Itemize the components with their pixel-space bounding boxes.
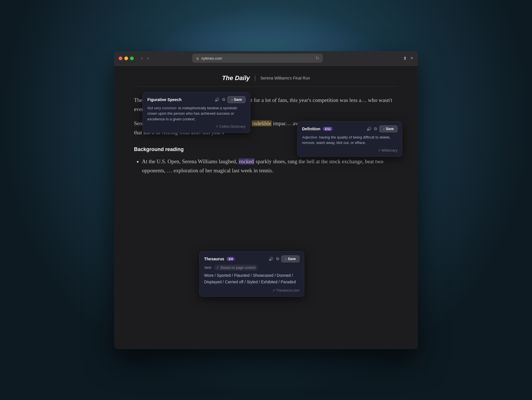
def-save-label: Save [386,127,394,131]
site-section: Serena Williams's Final Run [260,76,310,80]
check-icon: ✓ [216,265,219,271]
def-chain-icon: ↗ [378,148,381,152]
thes-sound-button[interactable]: 🔊 [268,256,274,262]
reload-icon[interactable]: ↻ [316,56,319,61]
para1-ellipsis: … [361,97,367,103]
browser-actions: ⬆ + [403,55,413,61]
popup-thes-source: ↗ Thesaurus.com [204,288,299,292]
thes-save-icon: ↓ [285,257,287,261]
popup-figurative-speech: Figurative Speech 🔊 ⧉ ↓ Save Not very co… [143,92,250,133]
fig-save-icon: ↓ [231,98,233,102]
popup-thes-header: Thesaurus 1/4 🔊 ⧉ ↓ Save [204,256,299,262]
lock-icon: 🔒 [196,56,200,60]
list-item-1: At the U.S. Open, Serena Williams laughe… [142,157,398,175]
fig-rarity: Not very common [147,106,176,110]
highlight-rocked: rocked [238,158,254,164]
popup-thes-context: Verb · ✓ Based on page context [204,265,299,271]
thes-dot: · [212,266,214,270]
minimize-button[interactable] [124,56,128,60]
def-pos: Adjective [302,135,317,139]
popup-fig-actions: 🔊 ⧉ ↓ Save [214,96,246,103]
traffic-lights [119,56,134,60]
popup-definition: Definition 1/11 🔊 ⧉ ↓ Save Adjective· ha… [297,121,402,157]
thes-context-label: Based on page context [221,265,255,270]
new-tab-icon[interactable]: + [410,55,413,61]
thes-save-label: Save [288,257,296,261]
thes-save-button[interactable]: ↓ Save [281,256,299,262]
maximize-button[interactable] [130,56,134,60]
close-button[interactable] [119,56,122,60]
popup-def-actions: 🔊 ⧉ ↓ Save [366,125,397,132]
popup-def-header: Definition 1/11 🔊 ⧉ ↓ Save [302,125,397,132]
thes-context-badge: ✓ Based on page context [214,265,258,271]
popup-fig-source: ↗ Collins Dictionary [147,125,246,129]
popup-thesaurus: Thesaurus 1/4 🔊 ⧉ ↓ Save Verb · [199,251,304,297]
forward-button[interactable]: › [145,55,150,62]
site-header: The Daily | Serena Williams's Final Run [134,74,398,87]
def-save-button[interactable]: ↓ Save [379,125,397,132]
synonyms-list: Wore / Sported / Flaunted / Showcased / … [204,272,299,285]
def-save-icon: ↓ [383,127,385,131]
def-copy-button[interactable]: ⧉ [374,126,378,132]
popup-fig-header: Figurative Speech 🔊 ⧉ ↓ Save [147,96,246,103]
back-button[interactable]: ‹ [139,55,144,62]
fig-save-button[interactable]: ↓ Save [227,96,246,103]
browser-window: ‹ › 🔒 nytimes.com ↻ ⬆ + The Daily | Sere… [114,51,418,349]
browser-chrome: ‹ › 🔒 nytimes.com ↻ ⬆ + [114,51,418,66]
highlight-indelible: indelible [252,120,271,126]
thes-pos: Verb [204,265,211,270]
bullet1-start: At the U.S. Open, Serena Williams laughe… [142,158,238,164]
def-sound-button[interactable]: 🔊 [366,126,372,132]
popup-def-body: Adjective· having the quality of being d… [302,135,397,146]
popup-def-source: ↗ Wiktionary [302,148,397,152]
share-icon[interactable]: ⬆ [403,56,407,61]
thes-pos-text: Verb [204,265,211,270]
popup-def-badge: 1/11 [323,127,333,131]
fig-chain-icon: ↗ [215,125,218,129]
fig-copy-button[interactable]: ⧉ [222,97,226,102]
site-divider: | [254,75,256,81]
article-list: At the U.S. Open, Serena Williams laughe… [134,157,398,175]
popup-fig-body: Not very common· to metaphorically besto… [147,105,246,122]
popup-fig-title: Figurative Speech [147,97,182,102]
site-name: The Daily [222,74,250,82]
popup-thes-title: Thesaurus [204,257,224,261]
thes-source-name: Thesaurus.com [276,288,299,292]
popup-def-title: Definition [302,127,321,131]
fig-source-name: Collins Dictionary [219,125,246,129]
thes-copy-button[interactable]: ⧉ [276,256,280,262]
popup-thes-body: Verb · ✓ Based on page context Wore / Sp… [204,265,299,286]
url-bar[interactable]: 🔒 nytimes.com ↻ [192,54,323,63]
nav-buttons: ‹ › [139,55,150,62]
def-source-name: Wiktionary [382,148,397,152]
url-text: nytimes.com [201,56,222,60]
popup-thes-badge: 1/4 [227,257,235,261]
fig-sound-button[interactable]: 🔊 [214,97,220,102]
fig-save-label: Save [234,98,242,102]
popup-thes-actions: 🔊 ⧉ ↓ Save [268,256,299,262]
page-content: The Daily | Serena Williams's Final Run … [114,66,418,349]
thes-chain-icon: ↗ [272,288,275,292]
